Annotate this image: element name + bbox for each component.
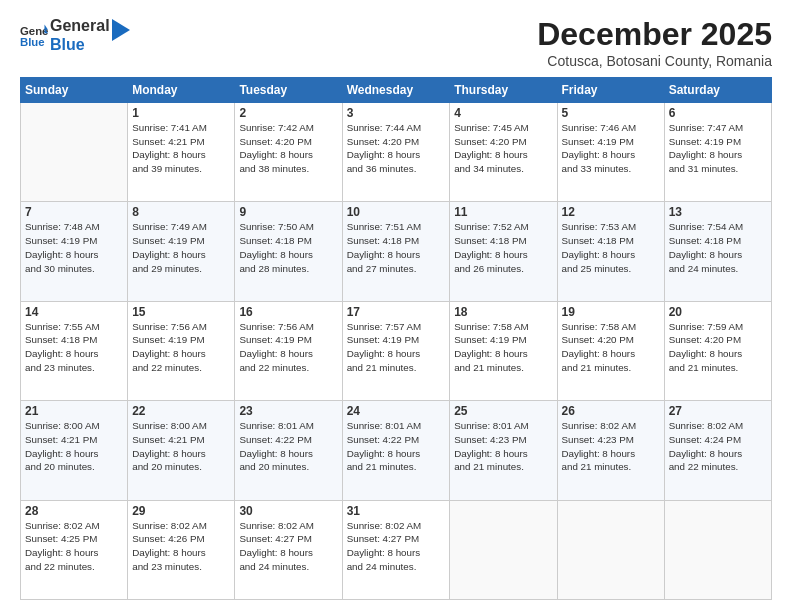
table-row: 31Sunrise: 8:02 AM Sunset: 4:27 PM Dayli… xyxy=(342,500,450,599)
table-row: 22Sunrise: 8:00 AM Sunset: 4:21 PM Dayli… xyxy=(128,401,235,500)
table-row xyxy=(664,500,771,599)
day-info: Sunrise: 7:42 AM Sunset: 4:20 PM Dayligh… xyxy=(239,121,337,176)
table-row: 25Sunrise: 8:01 AM Sunset: 4:23 PM Dayli… xyxy=(450,401,557,500)
location-subtitle: Cotusca, Botosani County, Romania xyxy=(537,53,772,69)
svg-marker-4 xyxy=(112,19,130,41)
day-info: Sunrise: 7:58 AM Sunset: 4:19 PM Dayligh… xyxy=(454,320,552,375)
table-row: 12Sunrise: 7:53 AM Sunset: 4:18 PM Dayli… xyxy=(557,202,664,301)
table-row: 17Sunrise: 7:57 AM Sunset: 4:19 PM Dayli… xyxy=(342,301,450,400)
day-number: 11 xyxy=(454,205,552,219)
day-info: Sunrise: 8:01 AM Sunset: 4:23 PM Dayligh… xyxy=(454,419,552,474)
day-number: 5 xyxy=(562,106,660,120)
day-number: 14 xyxy=(25,305,123,319)
day-number: 21 xyxy=(25,404,123,418)
day-number: 4 xyxy=(454,106,552,120)
day-info: Sunrise: 7:49 AM Sunset: 4:19 PM Dayligh… xyxy=(132,220,230,275)
table-row xyxy=(450,500,557,599)
calendar-table: Sunday Monday Tuesday Wednesday Thursday… xyxy=(20,77,772,600)
day-number: 28 xyxy=(25,504,123,518)
day-number: 9 xyxy=(239,205,337,219)
day-number: 17 xyxy=(347,305,446,319)
table-row: 19Sunrise: 7:58 AM Sunset: 4:20 PM Dayli… xyxy=(557,301,664,400)
header-friday: Friday xyxy=(557,78,664,103)
day-info: Sunrise: 7:53 AM Sunset: 4:18 PM Dayligh… xyxy=(562,220,660,275)
table-row xyxy=(21,103,128,202)
day-info: Sunrise: 7:45 AM Sunset: 4:20 PM Dayligh… xyxy=(454,121,552,176)
day-info: Sunrise: 7:47 AM Sunset: 4:19 PM Dayligh… xyxy=(669,121,767,176)
day-info: Sunrise: 7:48 AM Sunset: 4:19 PM Dayligh… xyxy=(25,220,123,275)
day-info: Sunrise: 7:58 AM Sunset: 4:20 PM Dayligh… xyxy=(562,320,660,375)
logo: General Blue General Blue xyxy=(20,16,130,54)
day-info: Sunrise: 7:56 AM Sunset: 4:19 PM Dayligh… xyxy=(132,320,230,375)
table-row: 28Sunrise: 8:02 AM Sunset: 4:25 PM Dayli… xyxy=(21,500,128,599)
table-row: 5Sunrise: 7:46 AM Sunset: 4:19 PM Daylig… xyxy=(557,103,664,202)
day-number: 18 xyxy=(454,305,552,319)
table-row: 13Sunrise: 7:54 AM Sunset: 4:18 PM Dayli… xyxy=(664,202,771,301)
day-number: 31 xyxy=(347,504,446,518)
day-info: Sunrise: 7:51 AM Sunset: 4:18 PM Dayligh… xyxy=(347,220,446,275)
calendar-page: General Blue General Blue December 2025 … xyxy=(0,0,792,612)
week-row-1: 1Sunrise: 7:41 AM Sunset: 4:21 PM Daylig… xyxy=(21,103,772,202)
header-saturday: Saturday xyxy=(664,78,771,103)
day-number: 23 xyxy=(239,404,337,418)
day-info: Sunrise: 7:54 AM Sunset: 4:18 PM Dayligh… xyxy=(669,220,767,275)
day-info: Sunrise: 8:02 AM Sunset: 4:27 PM Dayligh… xyxy=(239,519,337,574)
table-row: 15Sunrise: 7:56 AM Sunset: 4:19 PM Dayli… xyxy=(128,301,235,400)
day-info: Sunrise: 8:02 AM Sunset: 4:26 PM Dayligh… xyxy=(132,519,230,574)
day-info: Sunrise: 7:50 AM Sunset: 4:18 PM Dayligh… xyxy=(239,220,337,275)
day-info: Sunrise: 8:01 AM Sunset: 4:22 PM Dayligh… xyxy=(239,419,337,474)
day-number: 22 xyxy=(132,404,230,418)
day-number: 3 xyxy=(347,106,446,120)
table-row: 7Sunrise: 7:48 AM Sunset: 4:19 PM Daylig… xyxy=(21,202,128,301)
table-row: 4Sunrise: 7:45 AM Sunset: 4:20 PM Daylig… xyxy=(450,103,557,202)
day-info: Sunrise: 8:02 AM Sunset: 4:23 PM Dayligh… xyxy=(562,419,660,474)
logo-icon: General Blue xyxy=(20,21,48,49)
table-row: 27Sunrise: 8:02 AM Sunset: 4:24 PM Dayli… xyxy=(664,401,771,500)
table-row: 2Sunrise: 7:42 AM Sunset: 4:20 PM Daylig… xyxy=(235,103,342,202)
day-number: 13 xyxy=(669,205,767,219)
table-row: 23Sunrise: 8:01 AM Sunset: 4:22 PM Dayli… xyxy=(235,401,342,500)
table-row: 24Sunrise: 8:01 AM Sunset: 4:22 PM Dayli… xyxy=(342,401,450,500)
table-row: 10Sunrise: 7:51 AM Sunset: 4:18 PM Dayli… xyxy=(342,202,450,301)
header-monday: Monday xyxy=(128,78,235,103)
table-row: 30Sunrise: 8:02 AM Sunset: 4:27 PM Dayli… xyxy=(235,500,342,599)
day-info: Sunrise: 8:00 AM Sunset: 4:21 PM Dayligh… xyxy=(132,419,230,474)
table-row: 16Sunrise: 7:56 AM Sunset: 4:19 PM Dayli… xyxy=(235,301,342,400)
day-info: Sunrise: 8:00 AM Sunset: 4:21 PM Dayligh… xyxy=(25,419,123,474)
table-row: 20Sunrise: 7:59 AM Sunset: 4:20 PM Dayli… xyxy=(664,301,771,400)
day-info: Sunrise: 7:44 AM Sunset: 4:20 PM Dayligh… xyxy=(347,121,446,176)
day-number: 19 xyxy=(562,305,660,319)
day-number: 10 xyxy=(347,205,446,219)
day-info: Sunrise: 7:41 AM Sunset: 4:21 PM Dayligh… xyxy=(132,121,230,176)
logo-general: General xyxy=(50,16,110,35)
day-number: 29 xyxy=(132,504,230,518)
day-number: 1 xyxy=(132,106,230,120)
logo-arrow-icon xyxy=(112,19,130,41)
header: General Blue General Blue December 2025 … xyxy=(20,16,772,69)
day-number: 2 xyxy=(239,106,337,120)
header-tuesday: Tuesday xyxy=(235,78,342,103)
day-number: 12 xyxy=(562,205,660,219)
day-info: Sunrise: 8:02 AM Sunset: 4:25 PM Dayligh… xyxy=(25,519,123,574)
day-info: Sunrise: 8:01 AM Sunset: 4:22 PM Dayligh… xyxy=(347,419,446,474)
table-row: 11Sunrise: 7:52 AM Sunset: 4:18 PM Dayli… xyxy=(450,202,557,301)
title-block: December 2025 Cotusca, Botosani County, … xyxy=(537,16,772,69)
header-thursday: Thursday xyxy=(450,78,557,103)
table-row xyxy=(557,500,664,599)
day-number: 27 xyxy=(669,404,767,418)
day-info: Sunrise: 7:52 AM Sunset: 4:18 PM Dayligh… xyxy=(454,220,552,275)
day-info: Sunrise: 8:02 AM Sunset: 4:27 PM Dayligh… xyxy=(347,519,446,574)
day-number: 25 xyxy=(454,404,552,418)
table-row: 18Sunrise: 7:58 AM Sunset: 4:19 PM Dayli… xyxy=(450,301,557,400)
weekday-header-row: Sunday Monday Tuesday Wednesday Thursday… xyxy=(21,78,772,103)
week-row-5: 28Sunrise: 8:02 AM Sunset: 4:25 PM Dayli… xyxy=(21,500,772,599)
day-number: 6 xyxy=(669,106,767,120)
table-row: 6Sunrise: 7:47 AM Sunset: 4:19 PM Daylig… xyxy=(664,103,771,202)
day-number: 26 xyxy=(562,404,660,418)
day-info: Sunrise: 7:56 AM Sunset: 4:19 PM Dayligh… xyxy=(239,320,337,375)
table-row: 8Sunrise: 7:49 AM Sunset: 4:19 PM Daylig… xyxy=(128,202,235,301)
day-number: 15 xyxy=(132,305,230,319)
day-info: Sunrise: 7:46 AM Sunset: 4:19 PM Dayligh… xyxy=(562,121,660,176)
day-info: Sunrise: 8:02 AM Sunset: 4:24 PM Dayligh… xyxy=(669,419,767,474)
week-row-2: 7Sunrise: 7:48 AM Sunset: 4:19 PM Daylig… xyxy=(21,202,772,301)
